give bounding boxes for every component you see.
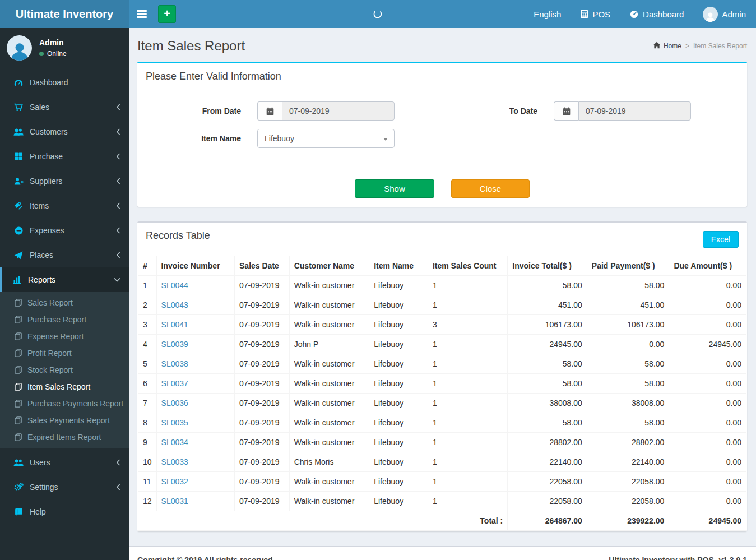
submenu-sales-report[interactable]: Sales Report [0, 294, 129, 311]
sidebar-item-suppliers[interactable]: Suppliers [0, 169, 129, 193]
records-panel-title: Records Table [146, 230, 210, 242]
invoice-link[interactable]: SL0039 [161, 340, 188, 349]
item-sales-count: 1 [428, 354, 507, 374]
nav-language[interactable]: English [534, 10, 561, 19]
customer-name: John P [289, 335, 369, 354]
invoice-link[interactable]: SL0038 [161, 359, 188, 368]
customer-name: Walk-in customer [289, 315, 369, 335]
to-date-label: To Date [442, 107, 537, 115]
item-sales-count: 1 [428, 413, 507, 433]
submenu-sales-payments-report[interactable]: Sales Payments Report [0, 412, 129, 429]
invoice-link[interactable]: SL0035 [161, 418, 188, 427]
submenu-purchase-report[interactable]: Purchase Report [0, 311, 129, 328]
calendar-icon [554, 101, 578, 121]
customer-name: Walk-in customer [289, 295, 369, 315]
chevron-left-icon [116, 459, 120, 466]
excel-export-button[interactable]: Excel [703, 231, 739, 248]
to-date-input[interactable] [578, 101, 691, 121]
submenu-expense-report[interactable]: Expense Report [0, 328, 129, 345]
app-brand[interactable]: Ultimate Inventory [0, 0, 129, 28]
paid-payment: 58.00 [587, 374, 669, 394]
item-name: Lifebuoy [369, 335, 428, 354]
submenu-stock-report[interactable]: Stock Report [0, 362, 129, 378]
nav-pos[interactable]: POS [580, 10, 610, 19]
invoice-link[interactable]: SL0031 [161, 497, 188, 506]
nav-dashboard-label: Dashboard [643, 10, 684, 19]
paid-payment: 106173.00 [587, 315, 669, 335]
due-amount: 0.00 [669, 472, 746, 492]
total-due: 24945.00 [669, 511, 746, 531]
sidebar-item-reports[interactable]: Reports [0, 267, 129, 292]
topbar: Ultimate Inventory + English POS Dashboa… [0, 0, 756, 28]
invoice-link[interactable]: SL0032 [161, 477, 188, 486]
breadcrumb-separator: > [685, 42, 689, 50]
nav-dashboard[interactable]: Dashboard [629, 10, 684, 19]
item-name: Lifebuoy [369, 452, 428, 472]
quick-add-button[interactable]: + [158, 5, 176, 23]
item-name-select[interactable]: Lifebuoy [257, 129, 395, 148]
speedometer-icon [13, 78, 24, 87]
calendar-icon [257, 101, 282, 121]
invoice-link[interactable]: SL0037 [161, 379, 188, 388]
invoice-link[interactable]: SL0044 [161, 281, 188, 290]
invoice-number: SL0036 [156, 394, 234, 413]
sidebar-item-customers[interactable]: Customers [0, 119, 129, 144]
table-row: 8SL003507-09-2019Walk-in customerLifebuo… [138, 413, 746, 433]
invoice-link[interactable]: SL0041 [161, 320, 188, 329]
close-button[interactable]: Close [451, 179, 530, 198]
breadcrumb-home-link[interactable]: Home [653, 41, 681, 50]
col-invoice-number: Invoice Number [156, 256, 234, 276]
total-label: Total : [138, 511, 508, 531]
invoice-total: 24945.00 [508, 335, 587, 354]
nav-user-label: Admin [722, 10, 746, 19]
invoice-link[interactable]: SL0043 [161, 300, 188, 309]
paper-plane-icon [13, 251, 24, 260]
sidebar-item-sales[interactable]: Sales [0, 95, 129, 119]
sidebar-item-dashboard[interactable]: Dashboard [0, 70, 129, 95]
copy-icon [13, 299, 22, 307]
item-name: Lifebuoy [369, 472, 428, 492]
paid-payment: 22140.00 [587, 452, 669, 472]
invoice-number: SL0031 [156, 492, 234, 511]
sales-date: 07-09-2019 [235, 452, 290, 472]
sidebar-item-users[interactable]: Users [0, 450, 129, 475]
invoice-link[interactable]: SL0036 [161, 399, 188, 408]
sidebar-item-settings[interactable]: Settings [0, 475, 129, 499]
invoice-link[interactable]: SL0033 [161, 457, 188, 466]
copy-icon [13, 383, 22, 391]
invoice-link[interactable]: SL0034 [161, 438, 188, 447]
item-sales-count: 1 [428, 295, 507, 315]
paid-payment: 22058.00 [587, 472, 669, 492]
table-row: 5SL003807-09-2019Walk-in customerLifebuo… [138, 354, 746, 374]
cart-icon [13, 103, 24, 112]
sidebar-menu: Dashboard Sales Customers Pur [0, 70, 129, 292]
table-row: 1SL004407-09-2019Walk-in customerLifebuo… [138, 276, 746, 295]
sidebar-item-purchase[interactable]: Purchase [0, 144, 129, 169]
sidebar-item-places[interactable]: Places [0, 243, 129, 267]
nav-user-menu[interactable]: Admin [703, 7, 746, 22]
sidebar-item-expenses[interactable]: Expenses [0, 218, 129, 243]
sidebar-item-items[interactable]: Items [0, 193, 129, 218]
row-index: 11 [138, 472, 157, 492]
sales-date: 07-09-2019 [235, 295, 290, 315]
copy-icon [13, 332, 22, 340]
sales-date: 07-09-2019 [235, 492, 290, 511]
show-button[interactable]: Show [355, 179, 434, 198]
table-header-row: # Invoice Number Sales Date Customer Nam… [138, 256, 746, 276]
dashboard-icon [629, 10, 639, 18]
submenu-item-sales-report[interactable]: Item Sales Report [0, 378, 129, 395]
from-date-input[interactable] [282, 101, 395, 121]
submenu-purchase-payments-report[interactable]: Purchase Payments Report [0, 395, 129, 412]
customer-name: Walk-in customer [289, 354, 369, 374]
sidebar-menu-bottom: Users Settings Help [0, 450, 129, 524]
sidebar-toggle-icon[interactable] [129, 0, 155, 28]
submenu-profit-report[interactable]: Profit Report [0, 345, 129, 362]
paid-payment: 38008.00 [587, 394, 669, 413]
footer-copyright: Copyright © 2019 All rights reserved. [137, 556, 275, 560]
sidebar-item-help[interactable]: Help [0, 499, 129, 524]
chevron-left-icon [116, 202, 120, 209]
breadcrumb: Home > Item Sales Report [653, 41, 747, 50]
filter-panel: Please Enter Valid Information From Date [137, 62, 747, 207]
submenu-expired-items-report[interactable]: Expired Items Report [0, 429, 129, 446]
table-row: 11SL003207-09-2019Walk-in customerLifebu… [138, 472, 746, 492]
